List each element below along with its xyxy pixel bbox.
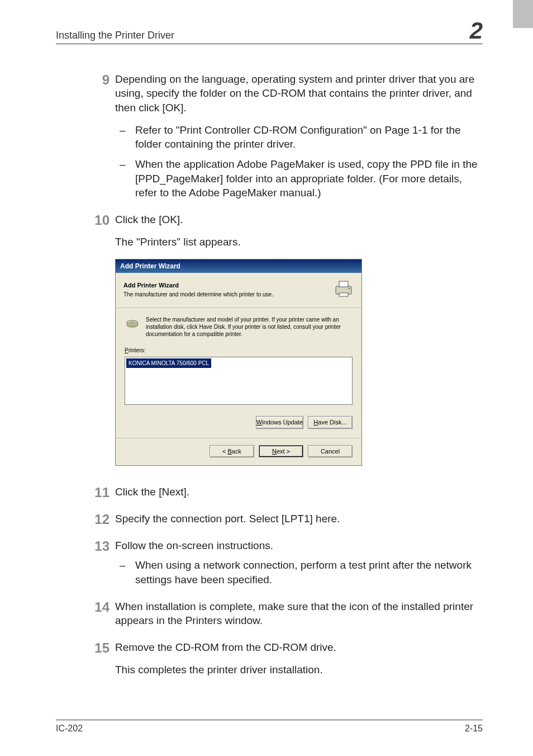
step-subitem: When the application Adobe PageMaker is …: [135, 157, 483, 200]
step-number: 11: [87, 484, 110, 502]
section-title: Installing the Printer Driver: [56, 30, 174, 41]
step-subitem: When using a network connection, perform…: [135, 558, 483, 587]
svg-rect-2: [339, 293, 348, 296]
dialog-info-text: Select the manufacturer and model of you…: [146, 316, 353, 338]
step-text: Remove the CD-ROM from the CD-ROM drive.: [115, 640, 483, 655]
step-text: The "Printers" list appears.: [115, 235, 483, 249]
step-number: 10: [87, 211, 110, 229]
page-footer: IC-202 2-15: [56, 720, 483, 734]
add-printer-wizard-dialog: Add Printer Wizard Add Printer Wizard Th…: [115, 259, 362, 466]
step-text: This completes the printer driver instal…: [115, 663, 483, 677]
step-13: 13 Follow the on-screen instructions. Wh…: [115, 538, 483, 587]
step-9: 9 Depending on the language, operating s…: [115, 72, 483, 200]
step-number: 14: [87, 598, 110, 616]
step-12: 12 Specify the connection port. Select […: [115, 512, 483, 526]
page-header: Installing the Printer Driver 2: [56, 20, 483, 44]
windows-update-button[interactable]: Windows Update: [256, 416, 303, 429]
dialog-header-bold: Add Printer Wizard: [123, 282, 179, 289]
svg-point-5: [131, 322, 134, 323]
dialog-header-sub: The manufacturer and model determine whi…: [123, 291, 273, 299]
step-number: 15: [87, 639, 110, 657]
step-number: 12: [87, 511, 110, 528]
back-button[interactable]: < Back: [210, 445, 254, 458]
step-subitem: Refer to "Print Controller CD-ROM Config…: [135, 123, 483, 152]
step-14: 14 When installation is complete, make s…: [115, 599, 483, 628]
printers-selected-item[interactable]: KONICA MINOLTA 750/600 PCL: [126, 358, 211, 368]
disk-icon: [125, 316, 140, 338]
step-15: 15 Remove the CD-ROM from the CD-ROM dri…: [115, 640, 483, 677]
printers-label: Printers:: [125, 347, 145, 353]
svg-rect-1: [339, 281, 348, 287]
svg-point-3: [349, 288, 350, 290]
have-disk-button[interactable]: Have Disk...: [308, 416, 353, 429]
printer-icon: [334, 278, 354, 301]
dialog-header-text: Add Printer Wizard The manufacturer and …: [123, 281, 273, 298]
step-11: 11 Click the [Next].: [115, 485, 483, 499]
step-text: Depending on the language, operating sys…: [115, 72, 483, 115]
step-text: Follow the on-screen instructions.: [115, 538, 483, 553]
body-area: 9 Depending on the language, operating s…: [56, 72, 483, 677]
next-button[interactable]: Next >: [259, 445, 303, 458]
step-text: Click the [OK].: [115, 212, 483, 227]
add-printer-wizard-screenshot: Add Printer Wizard Add Printer Wizard Th…: [115, 259, 483, 466]
footer-left: IC-202: [56, 724, 83, 734]
step-10: 10 Click the [OK]. The "Printers" list a…: [115, 212, 483, 466]
step-number: 13: [87, 537, 110, 555]
dialog-title-text: Add Printer Wizard: [120, 262, 180, 271]
corner-notch: [513, 0, 533, 28]
cancel-button[interactable]: Cancel: [308, 445, 353, 458]
printers-listbox[interactable]: KONICA MINOLTA 750/600 PCL: [125, 357, 353, 405]
chapter-number: 2: [470, 20, 483, 41]
step-text: Click the [Next].: [115, 485, 483, 499]
step-number: 9: [87, 71, 110, 89]
step-text: Specify the connection port. Select [LPT…: [115, 512, 483, 526]
footer-right: 2-15: [465, 724, 483, 734]
dialog-titlebar: Add Printer Wizard: [116, 259, 361, 273]
step-text: When installation is complete, make sure…: [115, 599, 483, 628]
